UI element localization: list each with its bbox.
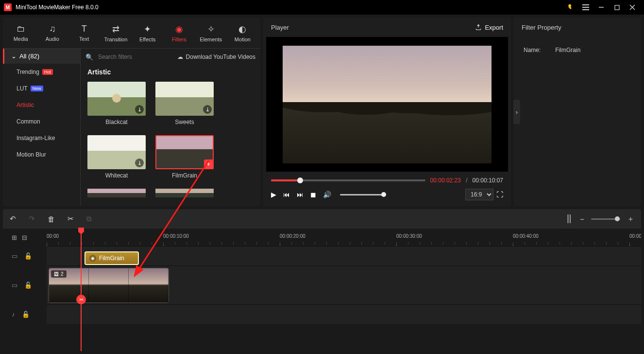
titlebar: M MiniTool MovieMaker Free 8.0.0 — [0, 0, 644, 15]
effects-icon: ✦ — [144, 24, 151, 35]
play-button[interactable]: ▶ — [271, 191, 276, 198]
next-button[interactable]: ⏭ — [297, 191, 304, 198]
filter-grid: ⤓ Blackcat ⤓ Sweets ⤓ Whitecat + FilmGra… — [81, 79, 260, 200]
cloud-download-icon: ☁ — [177, 53, 183, 60]
chevron-down-icon: ⌄ — [11, 53, 17, 60]
clip-badge: 🖼2 — [51, 270, 67, 278]
video-clip[interactable]: 🖼2 — [49, 268, 169, 303]
crop-button[interactable]: ⧉ — [86, 214, 92, 223]
zoom-in-button[interactable]: ＋ — [627, 214, 634, 224]
tab-effects[interactable]: ✦Effects — [132, 18, 163, 48]
time-total: 00:00:10:07 — [473, 177, 503, 184]
svg-rect-1 — [582, 7, 589, 8]
category-artistic[interactable]: Artistic — [3, 97, 80, 113]
audio-track: ♪🔓 — [3, 304, 641, 324]
filter-partial[interactable] — [87, 189, 146, 197]
image-icon: 🖼 — [54, 271, 59, 277]
menu-icon[interactable] — [578, 0, 593, 15]
tab-motion[interactable]: ◐Motion — [227, 18, 258, 48]
section-title: Artistic — [81, 65, 260, 79]
tab-audio[interactable]: ♫Audio — [36, 18, 68, 48]
tab-elements[interactable]: ✧Elements — [195, 18, 227, 48]
add-icon[interactable]: + — [204, 159, 213, 168]
filter-blackcat[interactable]: ⤓ — [87, 82, 146, 116]
track-icon: ▭ — [12, 282, 17, 289]
track-icon: ▭ — [12, 252, 17, 260]
add-track-icon[interactable]: ⊞ — [12, 234, 17, 241]
lock-icon[interactable]: 🔓 — [24, 252, 32, 260]
export-icon — [475, 24, 482, 31]
snap-icon[interactable]: ⎥⎢ — [565, 214, 573, 223]
tab-transition[interactable]: ⇄Transition — [100, 18, 132, 48]
upgrade-icon[interactable] — [562, 0, 578, 15]
aspect-select[interactable]: 16:9 — [465, 189, 493, 200]
category-all[interactable]: ⌄All (82) — [3, 49, 80, 64]
download-youtube-link[interactable]: ☁Download YouTube Videos — [177, 53, 255, 60]
search-input[interactable] — [98, 53, 172, 60]
category-common[interactable]: Common — [3, 113, 80, 130]
cut-button[interactable]: ✂ — [68, 214, 74, 223]
music-icon: ♪ — [12, 311, 15, 318]
property-title: Filter Property — [522, 24, 561, 31]
export-button[interactable]: Export — [475, 24, 503, 31]
player-panel: Player Export 00:00:02:23 / 00:00:10:07 … — [263, 18, 511, 206]
search-icon: 🔍 — [85, 53, 93, 61]
category-trending[interactable]: TrendingHot — [3, 64, 80, 80]
property-panel: Filter Property Name: FilmGrain › — [514, 18, 641, 206]
delete-button[interactable]: 🗑 — [48, 215, 55, 223]
folder-icon: 🗀 — [17, 24, 25, 34]
filter-clip-icon: ◉ — [89, 255, 96, 262]
lock-icon[interactable]: 🔓 — [24, 282, 32, 289]
zoom-out-button[interactable]: − — [580, 215, 584, 223]
music-icon: ♫ — [49, 24, 56, 34]
filter-whitecat[interactable]: ⤓ — [87, 135, 146, 169]
lock-icon[interactable]: 🔓 — [22, 311, 30, 318]
timeline-ruler[interactable]: ⊞ ⊟ 00:0000:00:10:0000:00:20:0000:00:30:… — [3, 229, 641, 246]
category-instagram[interactable]: Instagram-Like — [3, 130, 80, 146]
split-icon[interactable]: ✂ — [76, 295, 86, 304]
text-icon: T — [82, 24, 87, 34]
download-icon[interactable]: ⤓ — [135, 159, 144, 167]
zoom-slider[interactable] — [591, 218, 620, 220]
filter-clip[interactable]: ◉ FilmGrain — [85, 251, 139, 265]
tab-filters[interactable]: ◉Filters — [163, 18, 195, 48]
filter-filmgrain[interactable]: + — [155, 135, 214, 169]
preview-screen[interactable] — [266, 37, 508, 172]
transition-icon: ⇄ — [112, 24, 119, 35]
panel-expand-icon[interactable]: › — [513, 100, 520, 124]
tab-media[interactable]: 🗀Media — [5, 18, 36, 48]
prev-button[interactable]: ⏮ — [283, 191, 290, 198]
category-lut[interactable]: LUTNew — [3, 80, 80, 97]
filter-partial[interactable] — [155, 189, 214, 197]
badge-new: New — [31, 86, 43, 91]
video-track: ▭🔓 🖼2 — [3, 266, 641, 304]
category-motionblur[interactable]: Motion Blur — [3, 146, 80, 163]
filters-icon: ◉ — [175, 24, 183, 35]
svg-rect-2 — [582, 9, 589, 10]
svg-rect-4 — [615, 5, 619, 10]
close-icon[interactable] — [625, 0, 640, 15]
download-icon[interactable]: ⤓ — [135, 105, 144, 114]
download-icon[interactable]: ⤓ — [203, 105, 212, 114]
remove-track-icon[interactable]: ⊟ — [22, 234, 27, 241]
filter-sweets[interactable]: ⤓ — [155, 82, 214, 116]
redo-button[interactable]: ↷ — [29, 214, 35, 223]
volume-icon[interactable]: 🔊 — [323, 191, 331, 198]
tab-text[interactable]: TText — [68, 18, 100, 48]
timeline: ⊞ ⊟ 00:0000:00:10:0000:00:20:0000:00:30:… — [3, 229, 641, 351]
undo-button[interactable]: ↶ — [10, 214, 16, 223]
volume-slider[interactable] — [340, 194, 384, 195]
time-current: 00:00:02:23 — [430, 177, 461, 184]
category-sidebar: ⌄All (82) TrendingHot LUTNew Artistic Co… — [3, 49, 81, 206]
fullscreen-icon[interactable]: ⛶ — [496, 191, 503, 198]
library-tabbar: 🗀Media ♫Audio TText ⇄Transition ✦Effects… — [3, 18, 260, 49]
player-title: Player — [271, 24, 289, 31]
stop-button[interactable]: ◼ — [310, 191, 316, 198]
minimize-icon[interactable] — [593, 0, 609, 15]
timeline-toolbar: ↶ ↷ 🗑 ✂ ⧉ ⎥⎢ − ＋ — [3, 209, 641, 229]
app-logo: M — [4, 3, 12, 11]
progress-slider[interactable] — [271, 179, 425, 181]
svg-rect-0 — [582, 4, 589, 5]
maximize-icon[interactable] — [609, 0, 625, 15]
playhead[interactable]: ✂ — [81, 229, 82, 351]
